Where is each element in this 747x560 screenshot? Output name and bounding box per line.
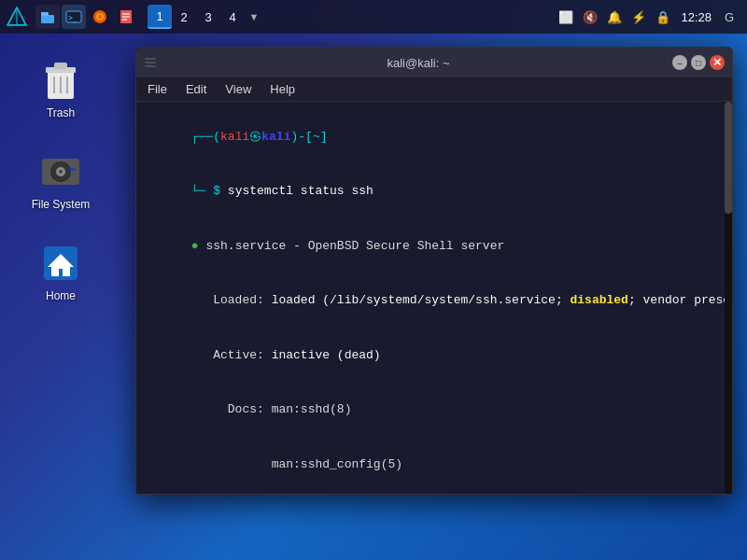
svg-text:>_: >_ [68,14,78,22]
output-docs: Docs: man:sshd(8) [191,402,352,416]
battery-icon[interactable]: ⚡ [628,7,649,27]
terminal-body[interactable]: ┌──(kali㉿kali)-[~] └─ $ systemctl status… [136,102,732,494]
workspace-2[interactable]: 2 [172,5,196,29]
menu-file[interactable]: File [144,80,171,98]
terminal-output-1: ● ssh.service - OpenBSD Secure Shell ser… [148,218,721,273]
prompt-at-1: ㉿ [249,130,261,144]
kali-logo-button[interactable] [4,4,30,30]
terminal-output-3: Active: inactive (dead) [148,328,721,383]
taskbar-apps: >_ [35,5,138,29]
prompt-closebracket-1: ] [320,130,328,144]
output-loaded-status: disabled [571,293,628,307]
terminal-close-button[interactable]: ✕ [710,55,725,70]
prompt-close-1: )-[ [290,130,312,144]
terminal-output-2: Loaded: loaded (/lib/systemd/system/ssh.… [148,273,721,329]
prompt-bracket-1: ┌──( [191,130,220,144]
dollar-1: $ [205,184,227,198]
workspace-3[interactable]: 3 [196,5,220,29]
terminal-line-1: ┌──(kali㉿kali)-[~] [148,109,721,164]
filesystem-icon[interactable]: File System [19,144,103,217]
filesystem-label: File System [32,198,91,211]
svg-rect-4 [41,12,49,16]
workspace-chevron-icon[interactable]: ▼ [245,5,263,29]
speaker-icon[interactable]: 🔇 [580,7,600,27]
notification-icon[interactable]: 🔔 [604,7,625,27]
text-editor-icon[interactable] [114,5,138,29]
files-app-icon[interactable] [35,5,60,29]
workspace-4[interactable]: 4 [220,5,245,29]
cmd-1: systemctl status ssh [228,184,374,198]
workspace-switcher: 1 2 3 4 ▼ [148,5,263,29]
terminal-output-5: man:sshd_config(5) [148,437,721,492]
svg-point-9 [98,15,102,19]
terminal-titlebar: kali@kali: ~ – □ ✕ [136,48,732,77]
menu-help[interactable]: Help [266,80,299,98]
output-loaded-text: loaded (/lib/systemd/system/ssh.service; [272,293,571,307]
display-icon[interactable]: ⬜ [556,7,576,27]
output-service: ssh.service - OpenBSD Secure Shell serve… [199,239,505,253]
home-icon[interactable]: Home [19,235,103,308]
svg-rect-16 [54,63,67,69]
output-active-prefix: Active: [191,348,272,362]
output-dot: ● [191,239,199,253]
home-image [38,241,83,286]
prompt-user-1: kali [220,130,249,144]
svg-rect-3 [41,15,54,23]
terminal-output-4: Docs: man:sshd(8) [148,383,721,438]
filesystem-image [38,149,83,194]
terminal-app-icon[interactable]: >_ [62,5,86,29]
menu-edit[interactable]: Edit [182,80,210,98]
terminal-blank-1 [148,492,721,495]
taskbar-right: ⬜ 🔇 🔔 ⚡ 🔒 12:28 G [556,7,747,27]
firefox-app-icon[interactable] [88,5,112,29]
taskbar-left: >_ 1 2 3 4 ▼ [0,4,263,30]
svg-rect-24 [70,168,76,171]
terminal-controls: – □ ✕ [672,55,725,70]
svg-rect-28 [145,62,156,63]
output-docs-2: man:sshd_config(5) [191,457,402,471]
terminal-scrollbar-thumb[interactable] [725,102,732,214]
network-icon[interactable]: 🔒 [653,7,673,27]
terminal-drag-icon [144,56,157,69]
terminal-window: kali@kali: ~ – □ ✕ File Edit View Help ┌… [135,47,733,495]
prompt-dollar-1: └─ [191,184,206,198]
output-active-status: inactive (dead) [272,348,381,362]
taskbar: >_ 1 2 3 4 ▼ ⬜ 🔇 🔔 ⚡ 🔒 12:28 G [0,0,747,34]
home-label: Home [46,289,76,302]
svg-rect-29 [145,65,156,67]
terminal-maximize-button[interactable]: □ [691,55,706,70]
prompt-path-1: ~ [313,130,320,144]
trash-icon[interactable]: Trash [19,52,103,125]
output-loaded-rest: ; vendor prese> [628,293,732,307]
terminal-line-2: └─ $ systemctl status ssh [148,164,721,219]
workspace-1[interactable]: 1 [148,5,172,29]
clock: 12:28 [677,10,715,24]
user-icon[interactable]: G [719,7,740,27]
trash-label: Trash [47,106,75,119]
terminal-title: kali@kali: ~ [164,56,672,70]
terminal-scrollbar[interactable] [725,102,732,494]
svg-point-23 [59,170,63,174]
output-loaded-prefix: Loaded: [191,293,272,307]
terminal-menubar: File Edit View Help [136,77,732,102]
prompt-host-1: kali [261,130,290,144]
menu-view[interactable]: View [221,80,255,98]
desktop-icons: Trash File System Home [0,34,121,560]
svg-rect-27 [145,58,156,60]
trash-image [38,58,83,103]
terminal-minimize-button[interactable]: – [672,55,687,70]
